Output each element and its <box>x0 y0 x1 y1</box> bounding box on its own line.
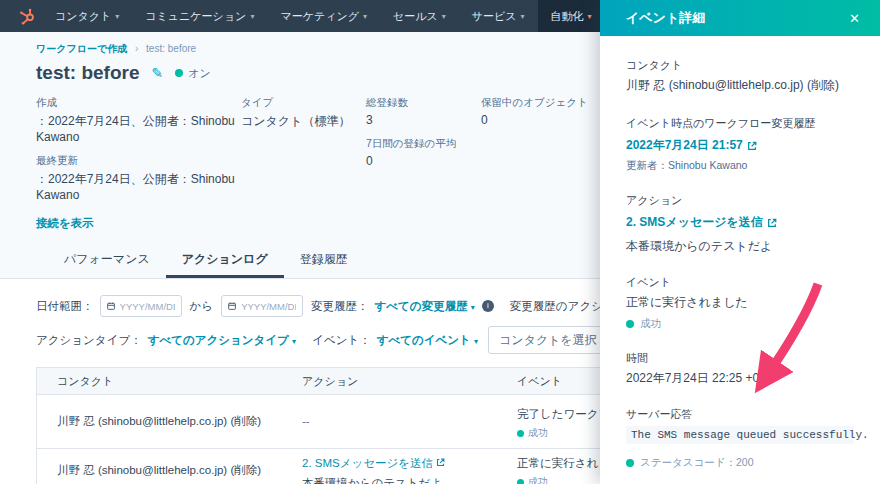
external-link-icon <box>747 141 757 151</box>
revision-dropdown-value: すべての変更履歴 <box>375 300 468 312</box>
event-label: イベント <box>626 275 854 290</box>
action-description: 本番環境からのテストだよ <box>626 238 854 255</box>
nav-item-label: コミュニケーション <box>145 9 246 24</box>
column-header-action: アクション <box>282 374 497 389</box>
success-dot <box>626 320 634 328</box>
action-link-text: 2. SMSメッセージを送信 <box>626 214 763 231</box>
breadcrumb-parent-link[interactable]: ワークフローで作成 <box>36 43 127 54</box>
revision-link-text: 2022年7月24日 21:57 <box>626 137 743 154</box>
nav-item-label: サービス <box>472 9 517 24</box>
action-link[interactable]: 2. SMSメッセージを送信 <box>302 457 445 469</box>
created-label: 作成 <box>36 96 241 110</box>
time-label: 時間 <box>626 351 854 366</box>
tab-performance[interactable]: パフォーマンス <box>48 243 166 278</box>
revision-filter-label: 変更履歴： <box>311 299 369 314</box>
cell-contact: 川野 忍 (shinobu@littlehelp.co.jp) (削除) <box>37 463 282 478</box>
contact-label: コンタクト <box>626 58 854 73</box>
nav-item-label: コンタクト <box>55 9 111 24</box>
pending-objects-value: 0 <box>481 113 588 127</box>
cell-action: 2. SMSメッセージを送信 本番環境からのテストだよ <box>282 449 497 484</box>
status-on-dot <box>175 69 183 77</box>
event-dropdown[interactable]: すべてのイベント ▾ <box>377 333 478 348</box>
status-code-dot <box>626 459 634 467</box>
total-enrolled-label: 総登録数 <box>366 96 481 110</box>
show-connections-link[interactable]: 接続を表示 <box>36 216 94 231</box>
panel-body: コンタクト 川野 忍 (shinobu@littlehelp.co.jp) (削… <box>600 36 880 470</box>
hubspot-logo-icon[interactable] <box>12 0 42 32</box>
action-type-dropdown[interactable]: すべてのアクションタイプ ▾ <box>148 333 296 348</box>
avg-enrollment-value: 0 <box>366 154 481 168</box>
column-header-contact: コンタクト <box>37 374 282 389</box>
edit-pencil-icon[interactable]: ✎ <box>151 65 163 81</box>
event-detail-panel: イベント詳細 ✕ コンタクト 川野 忍 (shinobu@littlehelp.… <box>600 0 880 484</box>
external-link-icon <box>436 458 445 467</box>
date-to-input[interactable] <box>221 295 303 317</box>
calendar-icon <box>228 301 236 311</box>
time-value: 2022年7月24日 22:25 +09 <box>626 370 854 387</box>
chevron-down-icon: ▾ <box>471 303 475 312</box>
status-label: オン <box>188 66 211 81</box>
nav-item-contacts[interactable]: コンタクト▾ <box>42 0 132 32</box>
nav-item-marketing[interactable]: マーケティング▾ <box>267 0 380 32</box>
date-from-input[interactable] <box>100 295 182 317</box>
contact-select-placeholder: コンタクトを選択 <box>499 332 597 349</box>
panel-section-time: 時間 2022年7月24日 22:25 +09 <box>626 351 854 387</box>
action-empty: -- <box>302 415 310 427</box>
nav-item-label: 自動化 <box>551 9 584 24</box>
external-link-icon <box>767 218 777 228</box>
panel-section-action: アクション 2. SMSメッセージを送信 本番環境からのテストだよ <box>626 193 854 255</box>
type-value: コンタクト（標準） <box>241 113 366 130</box>
breadcrumb-separator: › <box>135 43 138 54</box>
date-to-field[interactable] <box>241 301 296 312</box>
panel-header: イベント詳細 ✕ <box>600 0 880 36</box>
updated-value: ：2022年7月24日、公開者：Shinobu Kawano <box>36 171 241 202</box>
panel-section-contact: コンタクト 川野 忍 (shinobu@littlehelp.co.jp) (削… <box>626 58 854 94</box>
workflow-status: オン <box>175 66 211 81</box>
panel-section-revision: イベント時点のワークフロー変更履歴 2022年7月24日 21:57 更新者：S… <box>626 116 854 173</box>
info-icon[interactable]: i <box>482 300 494 312</box>
server-response-value: The SMS message queued successfully. <box>626 426 854 444</box>
chevron-down-icon: ▾ <box>474 337 478 346</box>
action-link[interactable]: 2. SMSメッセージを送信 <box>626 214 777 231</box>
revision-dropdown[interactable]: すべての変更履歴 ▾ <box>375 299 475 314</box>
panel-section-event: イベント 正常に実行されました 成功 <box>626 275 854 331</box>
table-row: 川野 忍 (shinobu@littlehelp.co.jp) (削除) -- … <box>37 395 639 449</box>
close-icon[interactable]: ✕ <box>849 11 860 26</box>
revision-link[interactable]: 2022年7月24日 21:57 <box>626 137 757 154</box>
action-type-label: アクションタイプ： <box>36 333 142 348</box>
action-description: 本番環境からのテストだよ <box>302 476 497 484</box>
pending-objects-label: 保留中のオブジェクト <box>481 96 588 110</box>
nav-item-label: セールス <box>393 9 438 24</box>
updated-label: 最終更新 <box>36 154 241 168</box>
success-dot <box>517 479 524 484</box>
type-label: タイプ <box>241 96 366 110</box>
chevron-down-icon: ▾ <box>250 12 254 21</box>
avg-enrollment-label: 7日間の登録の平均 <box>366 137 481 151</box>
chevron-down-icon: ▾ <box>521 12 525 21</box>
status-text: 成功 <box>528 426 548 440</box>
event-filter-label: イベント： <box>312 333 371 348</box>
chevron-down-icon: ▾ <box>363 12 367 21</box>
status-text: 成功 <box>528 475 548 484</box>
nav-item-communication[interactable]: コミュニケーション▾ <box>132 0 267 32</box>
date-range-label: 日付範囲： <box>36 299 94 314</box>
action-log-table: コンタクト アクション イベント 川野 忍 (shinobu@littlehel… <box>36 367 640 484</box>
cell-contact: 川野 忍 (shinobu@littlehelp.co.jp) (削除) <box>37 414 282 429</box>
date-from-field[interactable] <box>120 301 175 312</box>
nav-item-label: マーケティング <box>280 9 359 24</box>
panel-title: イベント詳細 <box>626 9 705 27</box>
server-response-label: サーバー応答 <box>626 407 854 422</box>
event-dropdown-value: すべてのイベント <box>377 334 471 346</box>
nav-item-sales[interactable]: セールス▾ <box>380 0 459 32</box>
tab-enrollment-history[interactable]: 登録履歴 <box>284 243 364 278</box>
chevron-down-icon: ▾ <box>115 12 119 21</box>
cell-action: -- <box>282 395 497 448</box>
table-row: 川野 忍 (shinobu@littlehelp.co.jp) (削除) 2. … <box>37 449 639 484</box>
tab-action-log[interactable]: アクションログ <box>166 243 284 278</box>
nav-item-automation[interactable]: 自動化▾ <box>538 0 605 32</box>
date-range-separator: から <box>190 299 214 314</box>
revision-label: イベント時点のワークフロー変更履歴 <box>626 116 854 131</box>
total-enrolled-value: 3 <box>366 113 481 127</box>
created-value: ：2022年7月24日、公開者：Shinobu Kawano <box>36 113 241 144</box>
nav-item-service[interactable]: サービス▾ <box>459 0 538 32</box>
